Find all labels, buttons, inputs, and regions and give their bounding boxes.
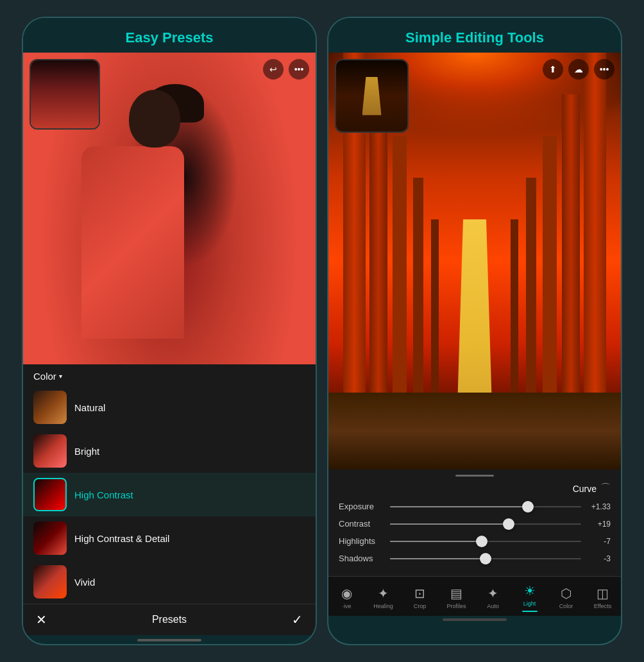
contrast-slider-row: Contrast +19 (339, 519, 611, 529)
exposure-thumb (522, 501, 534, 513)
presets-panel: Color ▾ Natural Bright High Contrast (23, 364, 316, 604)
top-controls: ↩ ••• (263, 59, 309, 80)
profiles-label: Profiles (446, 603, 466, 610)
shadows-slider-row: Shadows -3 (339, 554, 611, 563)
selective-icon: ◉ (341, 586, 352, 601)
scroll-indicator (455, 475, 494, 477)
preset-item-natural[interactable]: Natural (23, 386, 316, 429)
shadows-label: Shadows (339, 554, 385, 563)
left-image-area: ↩ ••• (23, 53, 316, 364)
home-indicator-right (443, 618, 507, 621)
person-head (129, 90, 180, 148)
auto-label: Auto (487, 603, 499, 610)
preset-item-bright[interactable]: Bright (23, 429, 316, 473)
left-main-photo: ↩ ••• (23, 53, 316, 364)
contrast-label: Contrast (339, 519, 385, 529)
auto-icon: ✦ (487, 586, 498, 601)
tool-color[interactable]: ⬡ Color (548, 579, 584, 615)
tool-crop[interactable]: ⊡ Crop (402, 579, 438, 615)
highlights-label: Highlights (339, 536, 385, 546)
selective-label: ·ive (342, 603, 351, 610)
more-button[interactable]: ••• (289, 59, 309, 80)
highlights-value: -7 (586, 537, 611, 546)
preset-item-hcd[interactable]: High Contrast & Detail (23, 516, 316, 560)
jacket-graphic (81, 146, 184, 339)
thumb-content (31, 60, 99, 128)
preset-thumb-vivid (33, 565, 67, 598)
preset-list: Natural Bright High Contrast High Contra… (23, 386, 316, 604)
preset-label-bright: Bright (74, 446, 99, 457)
tool-selective[interactable]: ◉ ·ive (328, 579, 365, 615)
shadows-track[interactable] (390, 558, 581, 559)
contrast-fill (390, 523, 509, 525)
shadows-value: -3 (586, 554, 611, 563)
mini-torii-path (362, 77, 382, 115)
preset-label-hcd: High Contrast & Detail (74, 533, 169, 544)
chevron-down-icon: ▾ (59, 373, 62, 380)
exposure-label: Exposure (339, 502, 385, 511)
preset-thumb-natural (33, 391, 67, 424)
shadows-thumb (480, 553, 491, 564)
right-top-controls: ⬆ ☁ ••• (543, 59, 614, 80)
right-thumbnail (335, 59, 409, 133)
color-icon: ⬡ (561, 586, 572, 601)
left-phone-title: Easy Presets (23, 18, 316, 53)
curve-icon[interactable]: ⌒ (600, 482, 611, 495)
tool-effects[interactable]: ◫ Effects (584, 579, 621, 615)
healing-icon: ✦ (378, 586, 389, 601)
curve-header: Curve ⌒ (339, 482, 611, 495)
tool-light[interactable]: ☀ Light (511, 579, 548, 615)
right-image-area: ⬆ ☁ ••• (328, 53, 621, 470)
home-indicator-left (137, 639, 201, 641)
tool-healing[interactable]: ✦ Healing (365, 579, 402, 615)
share-button[interactable]: ⬆ (543, 59, 563, 80)
color-header: Color ▾ (23, 364, 316, 386)
preset-label-natural: Natural (74, 402, 105, 413)
curve-label: Curve (573, 484, 597, 494)
exposure-track[interactable] (390, 506, 581, 507)
effects-icon: ◫ (597, 586, 609, 601)
editing-toolbar: ◉ ·ive ✦ Healing ⊡ Crop ▤ Profiles ✦ Aut… (328, 576, 621, 616)
effects-label: Effects (594, 603, 611, 610)
light-icon: ☀ (524, 583, 536, 598)
contrast-track[interactable] (390, 523, 581, 525)
preset-thumb-hcd (33, 522, 67, 555)
healing-label: Healing (373, 603, 393, 610)
preset-item-vivid[interactable]: Vivid (23, 560, 316, 604)
left-phone: Easy Presets ↩ ••• Color ▾ (22, 17, 317, 645)
profiles-icon: ▤ (450, 586, 462, 601)
ground (328, 393, 621, 470)
highlights-track[interactable] (390, 541, 581, 542)
right-thumb-inner (336, 60, 407, 132)
more-button-right[interactable]: ••• (594, 59, 614, 80)
color-label: Color (33, 371, 56, 382)
highlights-fill (390, 541, 482, 542)
right-main-photo: ⬆ ☁ ••• (328, 53, 621, 470)
shadows-fill (390, 558, 486, 559)
highlights-thumb (476, 536, 487, 547)
color-tool-label: Color (559, 603, 573, 610)
app-container: Easy Presets ↩ ••• Color ▾ (0, 0, 644, 662)
undo-button[interactable]: ↩ (263, 59, 284, 80)
cancel-button[interactable]: ✕ (36, 612, 47, 627)
tool-auto[interactable]: ✦ Auto (475, 579, 511, 615)
preset-label-highcontrast: High Contrast (74, 489, 133, 500)
light-label: Light (523, 600, 536, 607)
confirm-button[interactable]: ✓ (292, 612, 303, 627)
light-active-indicator (522, 611, 538, 612)
contrast-value: +19 (586, 520, 611, 529)
editing-panel: Curve ⌒ Exposure +1.33 Contrast +19 (328, 470, 621, 576)
highlights-slider-row: Highlights -7 (339, 536, 611, 546)
preset-item-highcontrast[interactable]: High Contrast (23, 473, 316, 516)
tool-profiles[interactable]: ▤ Profiles (438, 579, 475, 615)
presets-title-label: Presets (152, 614, 187, 625)
bottom-bar-left: ✕ Presets ✓ (23, 604, 316, 635)
crop-icon: ⊡ (414, 586, 425, 601)
cloud-button[interactable]: ☁ (568, 59, 589, 80)
exposure-slider-row: Exposure +1.33 (339, 502, 611, 511)
crop-label: Crop (414, 603, 427, 610)
exposure-fill (390, 506, 528, 507)
right-phone: Simple Editing Tools (327, 17, 622, 645)
contrast-thumb (503, 518, 514, 530)
preset-thumb-highcontrast (33, 478, 67, 511)
